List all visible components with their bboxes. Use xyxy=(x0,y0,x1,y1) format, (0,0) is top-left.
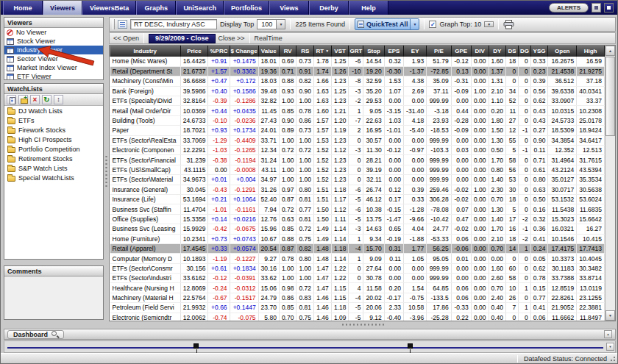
dashboard-tab[interactable]: Dashboard xyxy=(7,330,64,339)
table-row[interactable]: ETFs (Sector\Industri33.6162-0.12-0.0391… xyxy=(110,274,605,283)
table-row[interactable]: Bank (Foreign)39.5986+0.40+0.158639.480.… xyxy=(110,86,605,96)
watchlist-item-firework-stocks[interactable]: Firework Stocks xyxy=(4,125,103,135)
delete-icon[interactable]: × xyxy=(30,95,40,104)
watchlist-item-high-ci-prospects[interactable]: High CI Prospects xyxy=(4,135,103,144)
column-header-ds[interactable]: DS xyxy=(506,46,519,57)
watchlist-item-special-watchlists[interactable]: Special WatchLists xyxy=(4,173,103,182)
sidebar-splitter[interactable] xyxy=(104,17,109,327)
scrollbar-thumb[interactable] xyxy=(605,57,615,136)
nav-tab-viewersbeta[interactable]: ViewersBeta xyxy=(82,1,136,15)
magnifier-icon[interactable] xyxy=(52,331,58,338)
watchlist-item-etfs[interactable]: ETFs xyxy=(4,115,103,125)
column-header-prc[interactable]: %PRC xyxy=(208,46,230,57)
column-header-dy[interactable]: DY xyxy=(489,46,506,57)
realtime-link[interactable]: RealTime xyxy=(255,35,283,42)
chevron-down-icon[interactable]: ▼ xyxy=(410,19,416,29)
comments-panel-header[interactable]: Comments xyxy=(4,266,103,276)
viewer-item-etf-viewer[interactable]: ETF Viewer xyxy=(4,72,103,80)
timeline-handle-end[interactable] xyxy=(408,343,413,349)
table-row[interactable]: Healthcare (Nursing H12.8069-0.24-0.0312… xyxy=(110,283,605,293)
table-row[interactable]: Home (Misc Wares)16.4425+0.91+0.147518.0… xyxy=(110,57,605,66)
sort-order-field[interactable]: RT DESC, Industry ASC xyxy=(130,19,217,29)
table-row[interactable]: Retail (Department St21.6737+1.57+0.3362… xyxy=(110,66,605,76)
printer-icon[interactable] xyxy=(503,20,514,29)
column-header-open[interactable]: Open xyxy=(548,46,577,57)
viewer-item-no-viewer[interactable]: No Viewer xyxy=(4,28,103,37)
table-row[interactable]: Building (Tools)24.6733-0.10-0.023627.43… xyxy=(110,115,605,125)
table-row[interactable]: ETFs (Sector\RealEsta33.7069-1.29-0.4409… xyxy=(110,135,605,145)
table-row[interactable]: ETFs (Sector\Material34.9673+0.01+0.0043… xyxy=(110,175,605,185)
column-header-high[interactable]: High xyxy=(577,46,605,57)
collapse-down-icon[interactable]: ▼ xyxy=(606,343,614,351)
watchlist-item-s-p-watch-lists[interactable]: S&P Watch Lists xyxy=(4,163,103,173)
vertical-scrollbar[interactable]: ▲ ▼ xyxy=(605,46,615,321)
scroll-down-icon[interactable]: ▼ xyxy=(605,310,615,321)
viewer-item-sector-viewer[interactable]: Sector Viewer xyxy=(4,54,103,63)
alerts-button[interactable]: ALERTS xyxy=(549,3,589,13)
quicktest-button[interactable]: QuickTest All ▼ xyxy=(355,18,419,30)
display-top-select[interactable]: 100 ▼ xyxy=(257,19,285,29)
close-next-link[interactable]: Close >> xyxy=(219,35,245,42)
column-header-gpe[interactable]: GPE xyxy=(451,46,471,57)
table-row[interactable]: Retail (Apparel)17.4545+0.33+0.057420.54… xyxy=(110,243,605,253)
table-row[interactable]: ETFs (Sector\Financial31.239-0.38-0.1194… xyxy=(110,155,605,165)
add-folder-icon[interactable] xyxy=(18,95,28,104)
watchlist-item-dj-watch-lists[interactable]: DJ Watch Lists xyxy=(4,106,103,115)
table-row[interactable]: Business Svc (Staffin11.4704-1.01-0.1161… xyxy=(110,204,605,214)
table-row[interactable]: Insurance (Life)53.1694+0.21+0.106452.40… xyxy=(110,194,605,204)
refresh-icon[interactable]: ↻ xyxy=(42,95,52,104)
resize-grip[interactable] xyxy=(609,355,616,362)
table-row[interactable]: Business Svc (Leasing15.9929-0.42-0.0675… xyxy=(110,224,605,234)
column-header-pe[interactable]: P/E xyxy=(427,46,451,57)
nav-tab-views[interactable]: Views xyxy=(269,1,309,15)
column-header-vst[interactable]: VST xyxy=(331,46,349,57)
table-row[interactable]: ETFs (Specialty\Divid32.8164-0.39-0.1286… xyxy=(110,96,605,106)
column-header-grt[interactable]: GRT xyxy=(349,46,363,57)
nav-tab-unisearch[interactable]: UniSearch xyxy=(176,1,224,15)
column-header-change[interactable]: $ Change xyxy=(230,46,258,57)
nav-tab-help[interactable]: Help xyxy=(349,1,388,15)
nav-tab-graphs[interactable]: Graphs xyxy=(136,1,176,15)
scroll-up-icon[interactable]: ▲ xyxy=(605,46,615,56)
nav-tab-portfolios[interactable]: Portfolios xyxy=(224,1,269,15)
table-row[interactable]: Insurance (General)30.045-0.43-0.129131.… xyxy=(110,185,605,194)
watchlists-panel-header[interactable]: WatchLists xyxy=(4,84,103,94)
collapse-up-icon[interactable]: ▲ xyxy=(604,330,612,338)
table-row[interactable]: Office (Supplies)15.3358+0.14+0.021612.7… xyxy=(110,214,605,224)
table-row[interactable]: Computer (Memory D10.1893-1.19-0.12279.2… xyxy=(110,254,605,263)
chevron-down-icon[interactable]: ▼ xyxy=(484,21,494,27)
viewer-item-market-index-viewer[interactable]: Market Index Viewer xyxy=(4,63,103,72)
table-row[interactable]: Home (Furniture)10.2341+0.73+0.074310.67… xyxy=(110,234,605,243)
column-header-value[interactable]: Value xyxy=(258,46,279,57)
bottom-splitter[interactable] xyxy=(109,321,616,327)
sort-settings-icon[interactable] xyxy=(118,20,127,29)
table-row[interactable]: Paper18.7021+0.93+0.173424.010.890.731.5… xyxy=(110,126,605,135)
nav-tab-home[interactable]: Home xyxy=(3,1,43,15)
panel-icon[interactable] xyxy=(592,3,601,13)
column-header-div[interactable]: DIV xyxy=(471,46,489,57)
table-row[interactable]: Electronic (Componen12.2291-1.03-0.12651… xyxy=(110,146,605,155)
column-header-industry[interactable]: Industry xyxy=(110,46,181,57)
table-row[interactable]: Machinery (Material H22.5764-0.67-0.1517… xyxy=(110,293,605,302)
timeline-track[interactable]: ▼ xyxy=(4,340,616,353)
table-row[interactable]: Petroleum (Field Servi21.9932+0.66+0.144… xyxy=(110,303,605,313)
watchlist-item-portfolio-competition[interactable]: Portfolio Competition xyxy=(4,144,103,154)
toolbar-grip[interactable] xyxy=(113,19,115,29)
column-header-ey[interactable]: EY xyxy=(404,46,427,57)
nav-tab-derby[interactable]: Derby xyxy=(309,1,349,15)
viewer-item-industry-viewer[interactable]: Industry Viewer xyxy=(4,46,103,54)
table-row[interactable]: ETFs (Sector\Consmr30.156+0.61+0.183430.… xyxy=(110,263,605,273)
current-date-button[interactable]: 9/29/2009 - Close xyxy=(149,34,216,43)
nav-tab-viewers[interactable]: Viewers xyxy=(43,1,82,15)
scrollbar-track[interactable] xyxy=(605,56,615,310)
watchlist-item-retirement-stocks[interactable]: Retirement Stocks xyxy=(4,154,103,163)
column-header-rt[interactable]: RT▼ xyxy=(313,46,331,57)
column-header-ysg[interactable]: YSG xyxy=(530,46,548,57)
table-row[interactable]: ETFs (US\SmallCap)43.11150.00-0.000843.1… xyxy=(110,165,605,174)
table-row[interactable]: Retail (Mail Order\Dir10.0369+0.44+0.043… xyxy=(110,106,605,115)
sort-icon[interactable]: ↕ xyxy=(54,95,63,104)
chevron-down-icon[interactable]: ▼ xyxy=(276,19,285,29)
column-header-dg[interactable]: DG xyxy=(519,46,530,57)
new-list-icon[interactable] xyxy=(7,95,16,104)
graph-top-checkbox[interactable]: ✓ xyxy=(429,21,436,28)
